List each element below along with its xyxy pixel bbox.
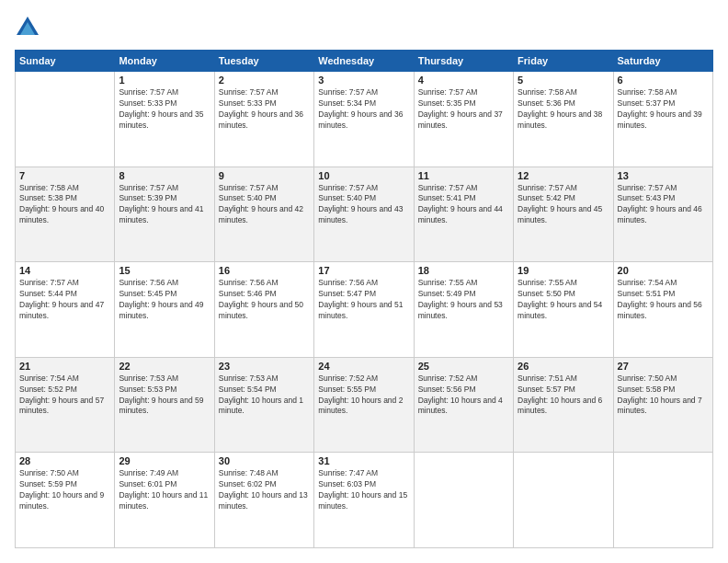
daylight-text: Daylight: 9 hours and 51 minutes. [318, 300, 409, 322]
daylight-text: Daylight: 10 hours and 11 minutes. [119, 490, 210, 512]
daylight-text: Daylight: 9 hours and 40 minutes. [19, 204, 110, 226]
sunset-text: Sunset: 5:33 PM [219, 98, 310, 109]
sunset-text: Sunset: 5:59 PM [19, 479, 110, 490]
sunrise-text: Sunrise: 7:57 AM [19, 278, 110, 289]
day-number: 30 [219, 455, 310, 466]
daylight-text: Daylight: 10 hours and 9 minutes. [19, 490, 110, 512]
sunrise-text: Sunrise: 7:57 AM [219, 87, 310, 98]
header [15, 15, 713, 40]
sunrise-text: Sunrise: 7:56 AM [119, 278, 210, 289]
calendar-day: 4Sunrise: 7:57 AMSunset: 5:35 PMDaylight… [414, 72, 513, 167]
calendar-day: 10Sunrise: 7:57 AMSunset: 5:40 PMDayligh… [314, 167, 414, 262]
sunset-text: Sunset: 6:01 PM [119, 479, 210, 490]
day-number: 13 [618, 170, 709, 181]
calendar-day: 11Sunrise: 7:57 AMSunset: 5:41 PMDayligh… [414, 167, 513, 262]
day-info: Sunrise: 7:55 AMSunset: 5:50 PMDaylight:… [518, 278, 609, 322]
daylight-text: Daylight: 9 hours and 54 minutes. [518, 300, 609, 322]
day-info: Sunrise: 7:57 AMSunset: 5:41 PMDaylight:… [418, 183, 509, 227]
sunrise-text: Sunrise: 7:52 AM [418, 373, 509, 385]
calendar-header-thursday: Thursday [414, 51, 513, 72]
day-number: 31 [318, 455, 409, 466]
calendar-day [613, 453, 712, 548]
sunrise-text: Sunrise: 7:57 AM [219, 183, 310, 194]
day-number: 10 [318, 170, 409, 181]
day-info: Sunrise: 7:47 AMSunset: 6:03 PMDaylight:… [318, 468, 409, 512]
day-info: Sunrise: 7:52 AMSunset: 5:56 PMDaylight:… [418, 373, 509, 418]
sunrise-text: Sunrise: 7:54 AM [19, 373, 110, 385]
day-info: Sunrise: 7:58 AMSunset: 5:38 PMDaylight:… [19, 183, 110, 227]
day-info: Sunrise: 7:56 AMSunset: 5:46 PMDaylight:… [219, 278, 310, 322]
day-info: Sunrise: 7:49 AMSunset: 6:01 PMDaylight:… [119, 468, 210, 512]
calendar-day: 19Sunrise: 7:55 AMSunset: 5:50 PMDayligh… [514, 262, 613, 358]
calendar-day: 28Sunrise: 7:50 AMSunset: 5:59 PMDayligh… [16, 453, 115, 548]
day-info: Sunrise: 7:57 AMSunset: 5:40 PMDaylight:… [219, 183, 310, 227]
day-number: 18 [418, 265, 509, 276]
sunrise-text: Sunrise: 7:56 AM [219, 278, 310, 289]
day-number: 17 [318, 265, 409, 276]
sunrise-text: Sunrise: 7:48 AM [219, 468, 310, 479]
daylight-text: Daylight: 9 hours and 47 minutes. [19, 300, 110, 322]
day-info: Sunrise: 7:50 AMSunset: 5:58 PMDaylight:… [618, 373, 709, 418]
day-info: Sunrise: 7:50 AMSunset: 5:59 PMDaylight:… [19, 468, 110, 512]
day-info: Sunrise: 7:57 AMSunset: 5:33 PMDaylight:… [119, 87, 210, 132]
calendar-day [514, 453, 613, 548]
day-number: 2 [219, 75, 310, 86]
page: SundayMondayTuesdayWednesdayThursdayFrid… [0, 0, 728, 563]
calendar-day: 16Sunrise: 7:56 AMSunset: 5:46 PMDayligh… [214, 262, 313, 358]
sunrise-text: Sunrise: 7:53 AM [119, 373, 210, 385]
day-number: 28 [19, 455, 110, 466]
sunrise-text: Sunrise: 7:58 AM [518, 87, 609, 98]
calendar-day: 26Sunrise: 7:51 AMSunset: 5:57 PMDayligh… [514, 357, 613, 453]
calendar-day: 7Sunrise: 7:58 AMSunset: 5:38 PMDaylight… [16, 167, 115, 262]
day-info: Sunrise: 7:57 AMSunset: 5:33 PMDaylight:… [219, 87, 310, 132]
day-number: 4 [418, 75, 509, 86]
day-number: 12 [518, 170, 609, 181]
sunset-text: Sunset: 5:40 PM [219, 193, 310, 204]
sunrise-text: Sunrise: 7:57 AM [418, 183, 509, 194]
day-number: 3 [318, 75, 409, 86]
calendar-week-4: 21Sunrise: 7:54 AMSunset: 5:52 PMDayligh… [16, 357, 713, 453]
sunset-text: Sunset: 5:38 PM [19, 193, 110, 204]
sunrise-text: Sunrise: 7:50 AM [19, 468, 110, 479]
daylight-text: Daylight: 10 hours and 15 minutes. [318, 490, 409, 512]
calendar-day [414, 453, 513, 548]
day-number: 8 [119, 170, 210, 181]
day-info: Sunrise: 7:55 AMSunset: 5:49 PMDaylight:… [418, 278, 509, 322]
day-number: 15 [119, 265, 210, 276]
day-info: Sunrise: 7:56 AMSunset: 5:47 PMDaylight:… [318, 278, 409, 322]
day-info: Sunrise: 7:57 AMSunset: 5:34 PMDaylight:… [318, 87, 409, 132]
sunset-text: Sunset: 5:33 PM [119, 98, 210, 109]
sunrise-text: Sunrise: 7:57 AM [318, 87, 409, 98]
calendar-day: 12Sunrise: 7:57 AMSunset: 5:42 PMDayligh… [514, 167, 613, 262]
daylight-text: Daylight: 9 hours and 37 minutes. [418, 109, 509, 132]
sunrise-text: Sunrise: 7:57 AM [618, 183, 709, 194]
sunset-text: Sunset: 5:45 PM [119, 289, 210, 300]
daylight-text: Daylight: 9 hours and 43 minutes. [318, 204, 409, 226]
day-number: 14 [19, 265, 110, 276]
sunset-text: Sunset: 5:52 PM [19, 385, 110, 396]
sunrise-text: Sunrise: 7:51 AM [518, 373, 609, 385]
sunrise-text: Sunrise: 7:54 AM [618, 278, 709, 289]
sunset-text: Sunset: 5:41 PM [418, 193, 509, 204]
sunset-text: Sunset: 5:53 PM [119, 385, 210, 396]
sunset-text: Sunset: 6:02 PM [219, 479, 310, 490]
daylight-text: Daylight: 9 hours and 46 minutes. [618, 204, 709, 226]
day-number: 25 [418, 361, 509, 372]
daylight-text: Daylight: 9 hours and 49 minutes. [119, 300, 210, 322]
day-number: 6 [618, 75, 709, 86]
day-number: 27 [618, 361, 709, 372]
daylight-text: Daylight: 9 hours and 50 minutes. [219, 300, 310, 322]
sunset-text: Sunset: 5:35 PM [418, 98, 509, 109]
calendar-header-wednesday: Wednesday [314, 51, 414, 72]
logo [15, 15, 44, 40]
sunset-text: Sunset: 5:54 PM [219, 385, 310, 396]
calendar-day: 24Sunrise: 7:52 AMSunset: 5:55 PMDayligh… [314, 357, 414, 453]
sunset-text: Sunset: 5:55 PM [318, 385, 409, 396]
calendar-day: 8Sunrise: 7:57 AMSunset: 5:39 PMDaylight… [115, 167, 214, 262]
sunset-text: Sunset: 5:34 PM [318, 98, 409, 109]
sunrise-text: Sunrise: 7:58 AM [618, 87, 709, 98]
calendar-day: 2Sunrise: 7:57 AMSunset: 5:33 PMDaylight… [214, 72, 313, 167]
day-info: Sunrise: 7:51 AMSunset: 5:57 PMDaylight:… [518, 373, 609, 418]
calendar-day: 14Sunrise: 7:57 AMSunset: 5:44 PMDayligh… [16, 262, 115, 358]
day-number: 19 [518, 265, 609, 276]
